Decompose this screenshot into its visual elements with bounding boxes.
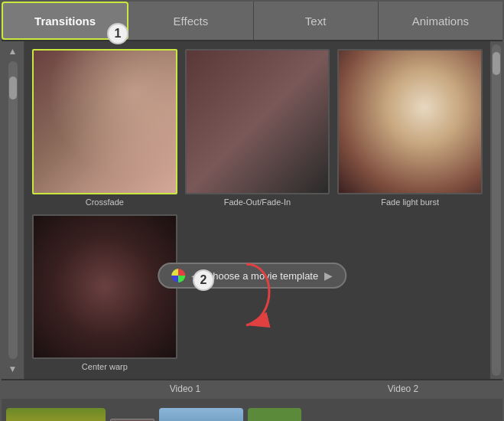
arrow-right-icon: ▶ — [324, 269, 333, 282]
transition-lightburst[interactable]: Fade light burst — [337, 49, 483, 207]
right-scrollbar[interactable] — [490, 41, 502, 379]
fadeout-label: Fade-Out/Fade-In — [224, 197, 291, 207]
movie-template-label: Choose a movie template — [206, 270, 318, 282]
crossfade-thumb[interactable] — [32, 49, 177, 194]
video2-label: Video 2 — [372, 383, 434, 396]
step-1-badge: 1 — [107, 23, 128, 44]
centerwarp-label: Center warp — [82, 362, 128, 371]
scroll-thumb — [9, 77, 17, 100]
fadeout-thumb[interactable] — [185, 49, 330, 194]
timeline-area: Video 1 Video 2 T — [2, 379, 502, 421]
movie-template-button[interactable]: ◀ Choose a movie template ▶ — [158, 263, 346, 289]
scroll-up-arrow[interactable]: ▲ — [7, 44, 19, 58]
clip-mountain-bg — [159, 408, 243, 421]
right-scroll-thumb — [493, 52, 500, 75]
tab-bar: Transitions Effects Text Animations — [2, 2, 502, 41]
lightburst-thumb[interactable] — [337, 49, 483, 194]
main-container: Transitions Effects Text Animations 1 ▲ … — [0, 0, 504, 421]
crossfade-label: Crossfade — [86, 197, 124, 207]
transition-crossfade[interactable]: Crossfade — [32, 49, 177, 207]
scroll-down-arrow[interactable]: ▼ — [7, 362, 19, 376]
video-clip-1[interactable] — [6, 408, 106, 421]
video1-label: Video 1 — [147, 383, 223, 396]
step-1-number: 1 — [115, 27, 122, 41]
video-clip-text[interactable]: T — [248, 408, 301, 421]
content-area: ▲ ▼ Crossfade Fade-Out/Fade-In Fade ligh… — [2, 41, 502, 379]
tab-text-label: Text — [305, 15, 327, 28]
transitions-grid: Crossfade Fade-Out/Fade-In Fade light bu… — [24, 41, 490, 379]
tab-animations[interactable]: Animations — [379, 2, 502, 40]
lightburst-label: Fade light burst — [381, 197, 439, 207]
transition-fadeout[interactable]: Fade-Out/Fade-In — [185, 49, 330, 207]
centerwarp-thumb[interactable] — [32, 214, 177, 360]
step-2-number: 2 — [200, 273, 207, 287]
left-scrollbar[interactable]: ▲ ▼ — [2, 41, 24, 379]
transition-centerwarp[interactable]: Center warp — [32, 214, 177, 372]
video-clip-2[interactable] — [159, 408, 243, 421]
clip-field-bg — [6, 408, 106, 421]
tab-effects[interactable]: Effects — [128, 2, 253, 40]
tab-text[interactable]: Text — [254, 2, 379, 40]
right-scroll-track — [492, 44, 501, 376]
timeline-labels: Video 1 Video 2 — [2, 380, 502, 399]
timeline-content: T — [2, 399, 502, 421]
scroll-track — [8, 61, 18, 359]
tab-transitions-label: Transitions — [34, 15, 96, 28]
tab-effects-label: Effects — [174, 15, 209, 28]
tab-animations-label: Animations — [412, 15, 469, 28]
